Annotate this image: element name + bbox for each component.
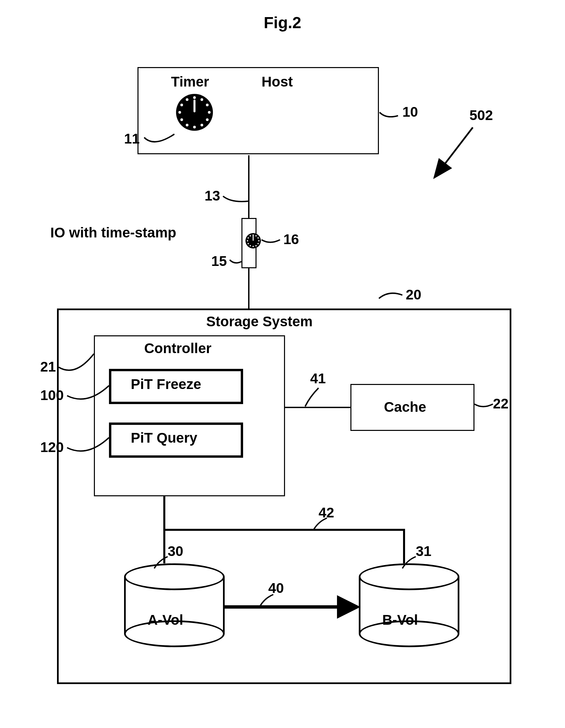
svg-line-7 <box>434 127 473 178</box>
figure-title: Fig.2 <box>264 13 301 32</box>
bvol-cylinder <box>359 563 459 647</box>
ref-40: 40 <box>268 580 284 596</box>
cache-label: Cache <box>384 399 426 415</box>
ref-42: 42 <box>319 505 334 521</box>
ref-31: 31 <box>416 543 432 559</box>
ref-100: 100 <box>40 387 64 403</box>
ref-120: 120 <box>40 439 64 455</box>
diagram-canvas: Timer Host IO with time-stamp Storage Sy… <box>40 67 523 704</box>
controller-box <box>94 335 285 496</box>
pit-query-label: PiT Query <box>131 430 197 446</box>
timer-label: Timer <box>171 74 209 90</box>
io-timestamp-clock-icon <box>245 233 261 248</box>
host-label: Host <box>262 74 293 90</box>
io-label: IO with time-stamp <box>50 225 176 241</box>
ref-21: 21 <box>40 359 56 375</box>
ref-11: 11 <box>124 131 140 147</box>
ref-15: 15 <box>211 253 227 269</box>
ref-41: 41 <box>310 371 326 387</box>
storage-system-label: Storage System <box>206 314 313 330</box>
controller-label: Controller <box>144 340 212 356</box>
ref-10: 10 <box>402 104 418 120</box>
avol-cylinder <box>124 563 225 647</box>
ref-22: 22 <box>493 396 509 412</box>
ref-16: 16 <box>283 231 299 247</box>
avol-label: A-Vol <box>148 612 183 628</box>
timer-clock-icon <box>176 94 213 131</box>
ref-20: 20 <box>406 287 421 303</box>
ref-13: 13 <box>205 188 220 204</box>
pit-freeze-label: PiT Freeze <box>131 376 201 392</box>
bvol-label: B-Vol <box>382 612 418 628</box>
ref-30: 30 <box>168 543 183 559</box>
ref-502: 502 <box>469 107 493 123</box>
